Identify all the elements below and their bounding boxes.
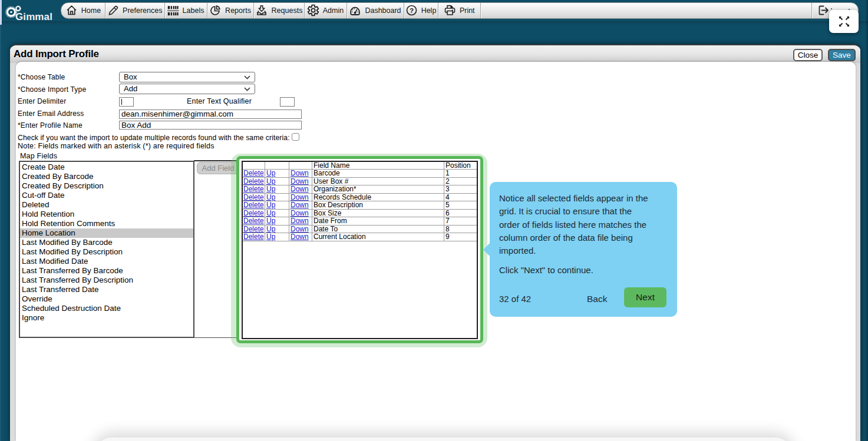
- svg-text:?: ?: [410, 7, 414, 14]
